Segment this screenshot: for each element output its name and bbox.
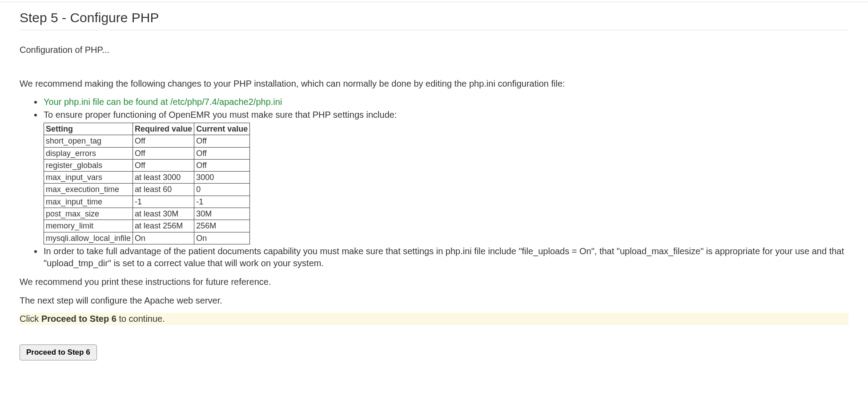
- intro-text: Configuration of PHP...: [20, 44, 848, 56]
- cell-current: -1: [194, 196, 250, 208]
- proceed-instruction: Click Proceed to Step 6 to continue.: [20, 313, 848, 325]
- list-item-php-ini-path: Your php.ini file can be found at /etc/p…: [43, 96, 848, 108]
- table-row: short_open_tag Off Off: [44, 135, 250, 147]
- table-row: register_globals Off Off: [44, 159, 250, 171]
- cell-required: Off: [133, 135, 194, 147]
- th-current: Current value: [194, 123, 250, 135]
- cell-current: On: [194, 232, 250, 244]
- top-divider: [0, 2, 868, 2]
- proceed-button[interactable]: Proceed to Step 6: [20, 344, 97, 360]
- cell-current: Off: [194, 147, 250, 159]
- cell-current: Off: [194, 135, 250, 147]
- settings-intro-text: To ensure proper functioning of OpenEMR …: [44, 110, 397, 120]
- proceed-prefix: Click: [20, 314, 41, 324]
- page-container: Step 5 - Configure PHP Configuration of …: [0, 10, 868, 360]
- cell-required: at least 3000: [133, 172, 194, 184]
- cell-required: Off: [133, 147, 194, 159]
- cell-required: -1: [133, 196, 194, 208]
- next-step-text: The next step will configure the Apache …: [20, 294, 848, 307]
- page-title: Step 5 - Configure PHP: [20, 10, 848, 30]
- table-row: display_errors Off Off: [44, 147, 250, 159]
- table-row: max_input_time -1 -1: [44, 196, 250, 208]
- cell-setting: max_input_vars: [44, 172, 133, 184]
- proceed-bold: Proceed to Step 6: [41, 314, 117, 324]
- cell-setting: max_input_time: [44, 196, 133, 208]
- cell-required: Off: [133, 159, 194, 171]
- cell-setting: post_max_size: [44, 208, 133, 220]
- cell-current: 0: [194, 184, 250, 196]
- recommendations-list: Your php.ini file can be found at /etc/p…: [20, 96, 848, 269]
- cell-setting: memory_limit: [44, 220, 133, 232]
- cell-required: at least 60: [133, 184, 194, 196]
- cell-required: On: [133, 232, 194, 244]
- cell-current: 256M: [194, 220, 250, 232]
- table-row: mysqli.allow_local_infile On On: [44, 232, 250, 244]
- list-item-settings-intro: To ensure proper functioning of OpenEMR …: [43, 109, 848, 244]
- cell-current: Off: [194, 159, 250, 171]
- table-body: short_open_tag Off Off display_errors Of…: [44, 135, 250, 244]
- print-recommend-text: We recommend you print these instruction…: [20, 276, 848, 288]
- cell-required: at least 256M: [133, 220, 194, 232]
- cell-current: 3000: [194, 172, 250, 184]
- table-row: max_execution_time at least 60 0: [44, 184, 250, 196]
- cell-setting: max_execution_time: [44, 184, 133, 196]
- cell-required: at least 30M: [133, 208, 194, 220]
- cell-setting: short_open_tag: [44, 135, 133, 147]
- cell-current: 30M: [194, 208, 250, 220]
- button-row: Proceed to Step 6: [20, 344, 848, 360]
- cell-setting: display_errors: [44, 147, 133, 159]
- cell-setting: mysqli.allow_local_infile: [44, 232, 133, 244]
- table-row: max_input_vars at least 3000 3000: [44, 172, 250, 184]
- list-item-file-uploads: In order to take full advantage of the p…: [43, 245, 848, 269]
- cell-setting: register_globals: [44, 159, 133, 171]
- table-row: memory_limit at least 256M 256M: [44, 220, 250, 232]
- table-row: post_max_size at least 30M 30M: [44, 208, 250, 220]
- table-header-row: Setting Required value Current value: [44, 123, 250, 135]
- th-setting: Setting: [44, 123, 133, 135]
- php-ini-path-text: Your php.ini file can be found at /etc/p…: [44, 97, 282, 107]
- php-settings-table: Setting Required value Current value sho…: [44, 123, 250, 244]
- th-required: Required value: [133, 123, 194, 135]
- recommend-text: We recommend making the following change…: [20, 77, 848, 90]
- proceed-suffix: to continue.: [117, 314, 165, 324]
